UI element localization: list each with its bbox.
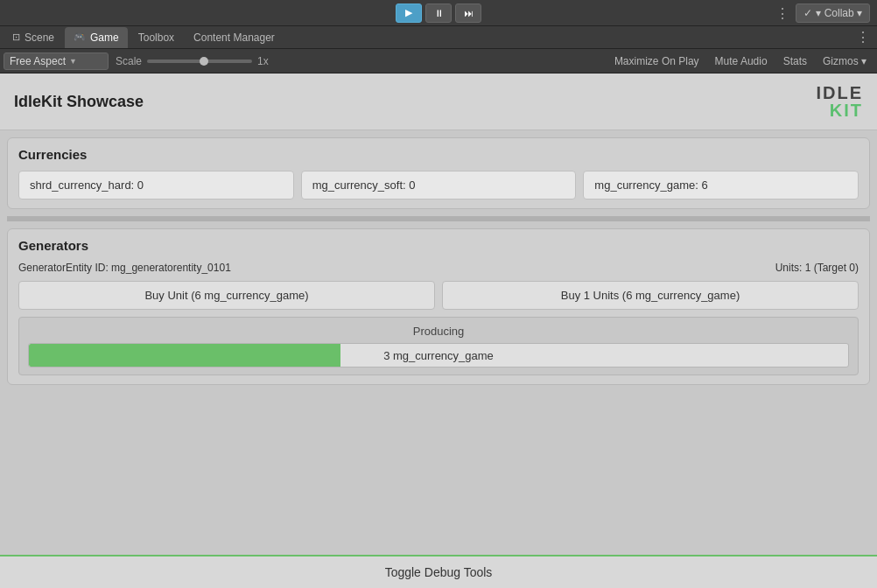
currency-game: mg_currency_game: 6 xyxy=(583,171,859,200)
toolbar-right: Maximize On Play Mute Audio Stats Gizmos… xyxy=(607,52,873,71)
scene-icon: ⊡ xyxy=(12,32,20,43)
play-button[interactable]: ▶ xyxy=(396,4,422,23)
logo-idle: IDLE xyxy=(816,84,863,102)
progress-bar-container: 3 mg_currency_game xyxy=(28,343,849,368)
collab-label: ▾ Collab ▾ xyxy=(816,7,862,19)
tab-content-manager-label: Content Manager xyxy=(193,32,275,44)
tab-toolbox[interactable]: Toolbox xyxy=(130,27,183,48)
game-icon: 🎮 xyxy=(74,32,86,43)
currency-soft: mg_currency_soft: 0 xyxy=(301,171,577,200)
generator-entity-id: GeneratorEntity ID: mg_generatorentity_0… xyxy=(18,262,231,274)
generator-units: Units: 1 (Target 0) xyxy=(775,262,859,274)
currencies-title: Currencies xyxy=(18,147,859,162)
generators-title: Generators xyxy=(18,238,859,253)
debug-toggle-button[interactable]: Toggle Debug Tools xyxy=(0,556,877,588)
scale-value: 1x xyxy=(257,55,269,67)
scale-slider-thumb xyxy=(200,57,208,66)
idlekit-title: IdleKit Showcase xyxy=(14,93,144,111)
generators-panel: Generators GeneratorEntity ID: mg_genera… xyxy=(7,228,870,385)
tab-game[interactable]: 🎮 Game xyxy=(65,27,128,48)
game-viewport: IdleKit Showcase IDLE KIT Currencies shr… xyxy=(0,74,877,588)
content-area: Currencies shrd_currency_hard: 0 mg_curr… xyxy=(0,130,877,555)
logo-kit: KIT xyxy=(830,102,863,119)
buy-buttons-row: Buy Unit (6 mg_currency_game) Buy 1 Unit… xyxy=(18,281,859,310)
buy-1units-button[interactable]: Buy 1 Units (6 mg_currency_game) xyxy=(442,281,859,310)
toolbar-row: Free Aspect ▼ Scale 1x Maximize On Play … xyxy=(0,49,877,74)
currencies-panel: Currencies shrd_currency_hard: 0 mg_curr… xyxy=(7,137,870,209)
tab-scene-label: Scene xyxy=(25,32,54,44)
mute-audio-button[interactable]: Mute Audio xyxy=(708,52,775,71)
producing-label: Producing xyxy=(28,325,849,338)
step-button[interactable]: ⏭ xyxy=(455,4,481,23)
gizmos-chevron-icon: ▾ xyxy=(861,55,866,67)
producing-panel: Producing 3 mg_currency_game xyxy=(18,317,859,375)
aspect-select[interactable]: Free Aspect ▼ xyxy=(4,52,109,70)
tab-toolbox-label: Toolbox xyxy=(138,32,174,44)
collab-check-icon: ✓ xyxy=(803,7,812,19)
aspect-chevron-icon: ▼ xyxy=(69,57,77,66)
idlekit-logo: IDLE KIT xyxy=(816,84,863,119)
generator-info: GeneratorEntity ID: mg_generatorentity_0… xyxy=(18,262,859,274)
gizmos-label: Gizmos xyxy=(823,55,859,67)
idlekit-header: IdleKit Showcase IDLE KIT xyxy=(0,74,877,130)
playback-controls: ▶ ⏸ ⏭ xyxy=(396,4,481,23)
pause-button[interactable]: ⏸ xyxy=(425,4,452,23)
scale-slider[interactable] xyxy=(147,60,252,63)
aspect-label: Free Aspect xyxy=(10,55,66,67)
debug-toggle-bar: Toggle Debug Tools xyxy=(0,555,877,588)
tab-more-icon[interactable]: ⋮ xyxy=(856,29,870,46)
progress-fill xyxy=(29,344,340,367)
currencies-row: shrd_currency_hard: 0 mg_currency_soft: … xyxy=(18,171,859,200)
collab-button[interactable]: ✓ ▾ Collab ▾ xyxy=(796,4,870,23)
stats-button[interactable]: Stats xyxy=(776,52,814,71)
buy-unit-button[interactable]: Buy Unit (6 mg_currency_game) xyxy=(18,281,435,310)
scale-section: Scale 1x xyxy=(116,55,269,67)
maximize-on-play-button[interactable]: Maximize On Play xyxy=(607,52,706,71)
tab-bar: ⊡ Scene 🎮 Game Toolbox Content Manager ⋮ xyxy=(0,26,877,49)
separator-bar xyxy=(7,216,870,221)
tab-content-manager[interactable]: Content Manager xyxy=(185,27,284,48)
more-options-button[interactable]: ⋮ xyxy=(775,4,789,23)
currency-hard: shrd_currency_hard: 0 xyxy=(18,171,294,200)
gizmos-button[interactable]: Gizmos ▾ xyxy=(816,52,873,71)
top-toolbar: ▶ ⏸ ⏭ ⋮ ✓ ▾ Collab ▾ xyxy=(0,0,877,26)
tab-scene[interactable]: ⊡ Scene xyxy=(4,27,63,48)
tab-game-label: Game xyxy=(90,32,119,44)
scale-label: Scale xyxy=(116,55,142,67)
